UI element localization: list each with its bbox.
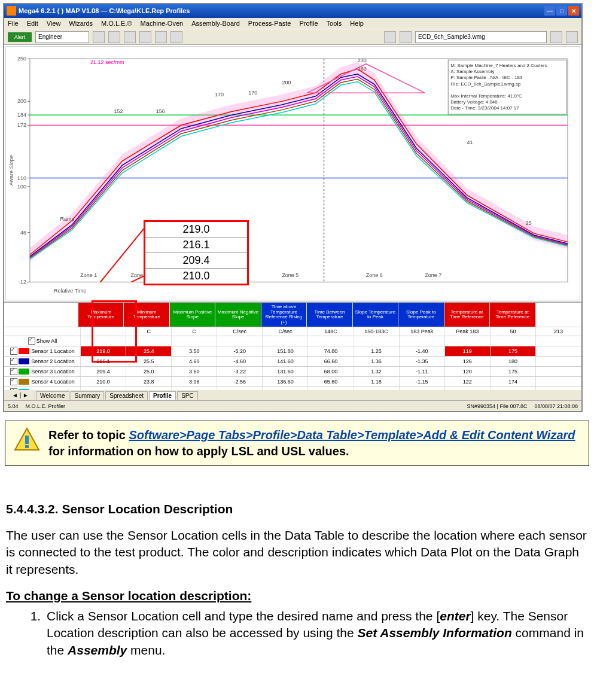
menu-item[interactable]: Assembly-Board bbox=[191, 20, 240, 27]
subheading: To change a Sensor location description: bbox=[6, 589, 588, 603]
menu-item[interactable]: Process-Paste bbox=[248, 20, 291, 27]
menu-item[interactable]: Tools bbox=[327, 20, 342, 27]
sensor-location-cell[interactable]: Show All bbox=[4, 336, 81, 346]
svg-text:P: Sample Paste - N/A - IEC - : P: Sample Paste - N/A - IEC - 183 bbox=[450, 75, 523, 80]
toolbar-icon[interactable] bbox=[550, 31, 562, 43]
menu-item[interactable]: Help bbox=[350, 20, 364, 27]
svg-text:230: 230 bbox=[358, 57, 367, 63]
svg-text:200: 200 bbox=[282, 80, 291, 86]
tab-profile[interactable]: Profile bbox=[149, 391, 176, 400]
data-table: Maximum TemperatureMinimum TemperatureMa… bbox=[4, 302, 581, 390]
menu-item[interactable]: M.O.L.E.® bbox=[101, 20, 132, 27]
toolbar-icon[interactable] bbox=[124, 31, 136, 43]
sensor-location-cell[interactable]: Sensor 4 Location bbox=[4, 377, 81, 386]
svg-text:Date - Time: 3/23/2004 14:07:1: Date - Time: 3/23/2004 14:07:17 bbox=[450, 105, 519, 111]
svg-text:100: 100 bbox=[17, 184, 26, 190]
maximize-button[interactable]: □ bbox=[556, 6, 567, 16]
tip-icon bbox=[14, 427, 40, 454]
svg-rect-55 bbox=[25, 445, 29, 448]
toolbar-icon[interactable] bbox=[108, 31, 120, 43]
toolbar-icon[interactable] bbox=[400, 31, 412, 43]
svg-text:21.12 sec/mm: 21.12 sec/mm bbox=[90, 59, 124, 65]
toolbar-icon[interactable] bbox=[566, 31, 578, 43]
section-paragraph: The user can use the Sensor Location cel… bbox=[6, 527, 588, 578]
svg-text:Zone 5: Zone 5 bbox=[282, 272, 298, 278]
svg-text:152: 152 bbox=[114, 108, 123, 114]
svg-text:A: Sample Assembly: A: Sample Assembly bbox=[450, 69, 494, 74]
svg-text:Ramp: Ramp bbox=[60, 216, 75, 222]
menu-item[interactable]: View bbox=[47, 20, 61, 27]
role-select[interactable]: Engineer bbox=[35, 31, 89, 43]
svg-text:Aware Slope: Aware Slope bbox=[8, 155, 14, 185]
svg-text:170: 170 bbox=[248, 90, 257, 96]
toolbar-icon[interactable] bbox=[155, 31, 167, 43]
svg-text:172: 172 bbox=[17, 122, 26, 128]
svg-text:Battery Voltage: 4.048: Battery Voltage: 4.048 bbox=[450, 99, 498, 105]
menu-item[interactable]: File bbox=[8, 20, 19, 27]
tip-link[interactable]: Software>Page Tabs>Profile>Data Table>Te… bbox=[129, 428, 575, 442]
svg-text:Max Internal Temperature: 41.0: Max Internal Temperature: 41.0°C bbox=[450, 93, 522, 99]
svg-text:M: Sample Machine_7 Heaters an: M: Sample Machine_7 Heaters and 2 Cooler… bbox=[450, 63, 547, 68]
window-title: Mega4 6.2.1 ( ) MAP V1.08 — C:\Mega\KLE.… bbox=[19, 7, 190, 14]
svg-text:160: 160 bbox=[358, 66, 367, 72]
highlight-sensor-column bbox=[92, 300, 137, 363]
statusbar: 5.04 M.O.L.E. Profiler SN#990354 | File … bbox=[4, 400, 581, 411]
svg-text:250: 250 bbox=[17, 56, 26, 62]
svg-text:File: ECD_6ch_Sample3.wmg.sp: File: ECD_6ch_Sample3.wmg.sp bbox=[450, 81, 521, 86]
svg-text:200: 200 bbox=[17, 98, 26, 104]
profile-chart: -124610011017218420025021.12 sec/mm15215… bbox=[5, 46, 580, 301]
tip-box: Refer to topic Software>Page Tabs>Profil… bbox=[5, 421, 589, 466]
svg-text:170: 170 bbox=[215, 92, 224, 98]
svg-rect-54 bbox=[25, 436, 29, 444]
sensor-location-cell[interactable]: Sensor 3 Location bbox=[4, 367, 81, 376]
sensor-location-cell[interactable]: Sensor 2 Location bbox=[4, 357, 81, 366]
tip-text: Refer to topic Software>Page Tabs>Profil… bbox=[48, 427, 580, 459]
toolbar-icon[interactable] bbox=[170, 31, 182, 43]
minimize-button[interactable]: — bbox=[544, 6, 555, 16]
app-icon bbox=[7, 6, 16, 16]
toolbar: Alert Engineer ECD_6ch_Sample3.wmg bbox=[4, 29, 581, 44]
menubar: FileEditViewWizardsM.O.L.E.®Machine-Oven… bbox=[4, 18, 581, 29]
sensor-location-cell[interactable]: Sensor 1 Location bbox=[4, 346, 81, 356]
svg-text:-12: -12 bbox=[19, 279, 26, 285]
svg-text:Zone 6: Zone 6 bbox=[366, 272, 383, 278]
app-screenshot: Mega4 6.2.1 ( ) MAP V1.08 — C:\Mega\KLE.… bbox=[3, 3, 583, 412]
menu-item[interactable]: Profile bbox=[299, 20, 318, 27]
section-heading: 5.4.4.3.2. Sensor Location Description bbox=[6, 502, 588, 516]
titlebar: Mega4 6.2.1 ( ) MAP V1.08 — C:\Mega\KLE.… bbox=[4, 4, 581, 18]
toolbar-icon[interactable] bbox=[139, 31, 151, 43]
tab-strip: ◄ | ►WelcomeSummarySpreadsheetProfileSPC bbox=[4, 390, 581, 400]
menu-item[interactable]: Wizards bbox=[69, 20, 93, 27]
close-button[interactable]: ✕ bbox=[568, 6, 579, 16]
tab-spreadsheet[interactable]: Spreadsheet bbox=[105, 391, 148, 400]
svg-text:25: 25 bbox=[526, 220, 532, 226]
tab-welcome[interactable]: Welcome bbox=[36, 391, 69, 400]
svg-text:184: 184 bbox=[17, 112, 26, 118]
step-item: Click a Sensor Location cell and type th… bbox=[44, 608, 588, 659]
svg-text:Relative Time: Relative Time bbox=[54, 288, 86, 294]
svg-text:156: 156 bbox=[156, 108, 165, 114]
svg-text:Zone 7: Zone 7 bbox=[425, 272, 441, 278]
tab-summary[interactable]: Summary bbox=[71, 391, 105, 400]
zoom-callout: 219.0 216.1 209.4 210.0 bbox=[144, 220, 249, 285]
tab-spc[interactable]: SPC bbox=[177, 391, 198, 400]
toolbar-icon[interactable] bbox=[93, 31, 105, 43]
svg-text:Zone 1: Zone 1 bbox=[80, 272, 97, 278]
svg-text:41: 41 bbox=[467, 139, 473, 145]
svg-text:46: 46 bbox=[20, 230, 26, 236]
status-badge: Alert bbox=[8, 32, 32, 42]
svg-text:110: 110 bbox=[17, 175, 26, 181]
document-body: 5.4.4.3.2. Sensor Location Description T… bbox=[0, 474, 594, 671]
file-select[interactable]: ECD_6ch_Sample3.wmg bbox=[415, 31, 547, 43]
menu-item[interactable]: Machine-Oven bbox=[141, 20, 184, 27]
toolbar-icon[interactable] bbox=[384, 31, 396, 43]
menu-item[interactable]: Edit bbox=[27, 20, 38, 27]
